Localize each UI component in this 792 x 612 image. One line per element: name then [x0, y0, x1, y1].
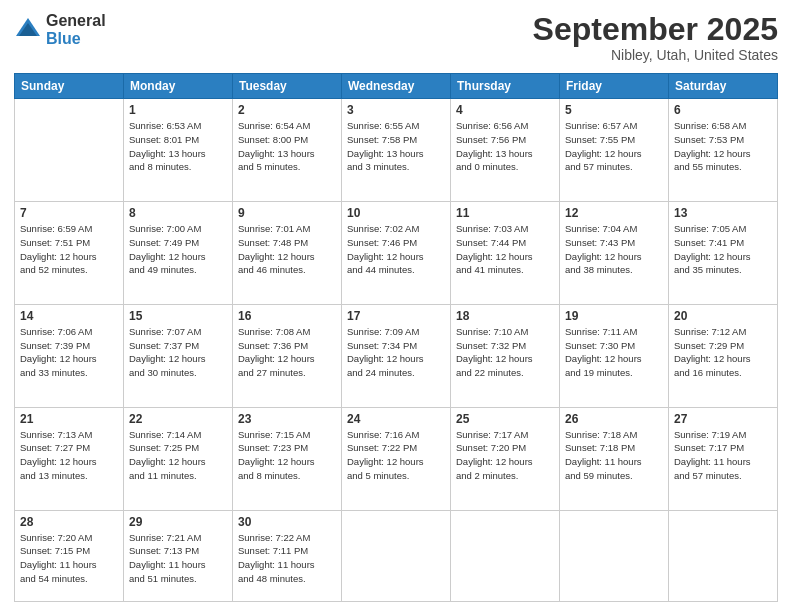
day-info: Sunrise: 7:13 AMSunset: 7:27 PMDaylight:… — [20, 428, 118, 483]
table-row: 27Sunrise: 7:19 AMSunset: 7:17 PMDayligh… — [669, 407, 778, 510]
day-info: Sunrise: 7:20 AMSunset: 7:15 PMDaylight:… — [20, 531, 118, 586]
day-number: 18 — [456, 309, 554, 323]
day-info: Sunrise: 6:56 AMSunset: 7:56 PMDaylight:… — [456, 119, 554, 174]
header: General Blue September 2025 Nibley, Utah… — [14, 12, 778, 63]
table-row: 26Sunrise: 7:18 AMSunset: 7:18 PMDayligh… — [560, 407, 669, 510]
day-number: 8 — [129, 206, 227, 220]
table-row: 14Sunrise: 7:06 AMSunset: 7:39 PMDayligh… — [15, 304, 124, 407]
table-row: 30Sunrise: 7:22 AMSunset: 7:11 PMDayligh… — [233, 510, 342, 602]
day-number: 28 — [20, 515, 118, 529]
table-row: 9Sunrise: 7:01 AMSunset: 7:48 PMDaylight… — [233, 202, 342, 305]
col-thursday: Thursday — [451, 74, 560, 99]
day-info: Sunrise: 7:00 AMSunset: 7:49 PMDaylight:… — [129, 222, 227, 277]
table-row: 13Sunrise: 7:05 AMSunset: 7:41 PMDayligh… — [669, 202, 778, 305]
table-row: 24Sunrise: 7:16 AMSunset: 7:22 PMDayligh… — [342, 407, 451, 510]
day-info: Sunrise: 7:09 AMSunset: 7:34 PMDaylight:… — [347, 325, 445, 380]
day-number: 25 — [456, 412, 554, 426]
day-info: Sunrise: 6:54 AMSunset: 8:00 PMDaylight:… — [238, 119, 336, 174]
day-info: Sunrise: 7:21 AMSunset: 7:13 PMDaylight:… — [129, 531, 227, 586]
table-row — [669, 510, 778, 602]
calendar-week-row: 14Sunrise: 7:06 AMSunset: 7:39 PMDayligh… — [15, 304, 778, 407]
day-info: Sunrise: 6:53 AMSunset: 8:01 PMDaylight:… — [129, 119, 227, 174]
table-row — [451, 510, 560, 602]
calendar-week-row: 28Sunrise: 7:20 AMSunset: 7:15 PMDayligh… — [15, 510, 778, 602]
table-row: 4Sunrise: 6:56 AMSunset: 7:56 PMDaylight… — [451, 99, 560, 202]
day-number: 11 — [456, 206, 554, 220]
day-number: 27 — [674, 412, 772, 426]
calendar-table: Sunday Monday Tuesday Wednesday Thursday… — [14, 73, 778, 602]
logo-general-text: General — [46, 12, 106, 30]
table-row: 2Sunrise: 6:54 AMSunset: 8:00 PMDaylight… — [233, 99, 342, 202]
table-row: 29Sunrise: 7:21 AMSunset: 7:13 PMDayligh… — [124, 510, 233, 602]
table-row: 10Sunrise: 7:02 AMSunset: 7:46 PMDayligh… — [342, 202, 451, 305]
day-info: Sunrise: 7:15 AMSunset: 7:23 PMDaylight:… — [238, 428, 336, 483]
col-monday: Monday — [124, 74, 233, 99]
table-row: 5Sunrise: 6:57 AMSunset: 7:55 PMDaylight… — [560, 99, 669, 202]
day-info: Sunrise: 7:08 AMSunset: 7:36 PMDaylight:… — [238, 325, 336, 380]
day-number: 14 — [20, 309, 118, 323]
table-row: 25Sunrise: 7:17 AMSunset: 7:20 PMDayligh… — [451, 407, 560, 510]
day-number: 21 — [20, 412, 118, 426]
day-info: Sunrise: 6:57 AMSunset: 7:55 PMDaylight:… — [565, 119, 663, 174]
day-number: 6 — [674, 103, 772, 117]
day-info: Sunrise: 6:55 AMSunset: 7:58 PMDaylight:… — [347, 119, 445, 174]
day-number: 1 — [129, 103, 227, 117]
col-sunday: Sunday — [15, 74, 124, 99]
day-number: 20 — [674, 309, 772, 323]
logo-blue-text: Blue — [46, 30, 106, 48]
day-info: Sunrise: 7:05 AMSunset: 7:41 PMDaylight:… — [674, 222, 772, 277]
day-info: Sunrise: 7:10 AMSunset: 7:32 PMDaylight:… — [456, 325, 554, 380]
table-row — [15, 99, 124, 202]
col-wednesday: Wednesday — [342, 74, 451, 99]
day-info: Sunrise: 7:18 AMSunset: 7:18 PMDaylight:… — [565, 428, 663, 483]
table-row: 3Sunrise: 6:55 AMSunset: 7:58 PMDaylight… — [342, 99, 451, 202]
day-number: 16 — [238, 309, 336, 323]
page: General Blue September 2025 Nibley, Utah… — [0, 0, 792, 612]
day-number: 2 — [238, 103, 336, 117]
table-row — [560, 510, 669, 602]
table-row: 22Sunrise: 7:14 AMSunset: 7:25 PMDayligh… — [124, 407, 233, 510]
table-row: 20Sunrise: 7:12 AMSunset: 7:29 PMDayligh… — [669, 304, 778, 407]
col-friday: Friday — [560, 74, 669, 99]
table-row: 8Sunrise: 7:00 AMSunset: 7:49 PMDaylight… — [124, 202, 233, 305]
calendar-week-row: 21Sunrise: 7:13 AMSunset: 7:27 PMDayligh… — [15, 407, 778, 510]
logo: General Blue — [14, 12, 106, 47]
day-number: 10 — [347, 206, 445, 220]
day-info: Sunrise: 7:14 AMSunset: 7:25 PMDaylight:… — [129, 428, 227, 483]
table-row: 12Sunrise: 7:04 AMSunset: 7:43 PMDayligh… — [560, 202, 669, 305]
day-info: Sunrise: 7:22 AMSunset: 7:11 PMDaylight:… — [238, 531, 336, 586]
day-number: 9 — [238, 206, 336, 220]
calendar-week-row: 1Sunrise: 6:53 AMSunset: 8:01 PMDaylight… — [15, 99, 778, 202]
table-row: 16Sunrise: 7:08 AMSunset: 7:36 PMDayligh… — [233, 304, 342, 407]
calendar-header-row: Sunday Monday Tuesday Wednesday Thursday… — [15, 74, 778, 99]
day-info: Sunrise: 7:06 AMSunset: 7:39 PMDaylight:… — [20, 325, 118, 380]
day-number: 12 — [565, 206, 663, 220]
table-row: 18Sunrise: 7:10 AMSunset: 7:32 PMDayligh… — [451, 304, 560, 407]
day-info: Sunrise: 7:07 AMSunset: 7:37 PMDaylight:… — [129, 325, 227, 380]
day-info: Sunrise: 7:02 AMSunset: 7:46 PMDaylight:… — [347, 222, 445, 277]
day-number: 4 — [456, 103, 554, 117]
table-row: 17Sunrise: 7:09 AMSunset: 7:34 PMDayligh… — [342, 304, 451, 407]
day-info: Sunrise: 7:16 AMSunset: 7:22 PMDaylight:… — [347, 428, 445, 483]
title-block: September 2025 Nibley, Utah, United Stat… — [533, 12, 778, 63]
day-info: Sunrise: 7:11 AMSunset: 7:30 PMDaylight:… — [565, 325, 663, 380]
day-number: 19 — [565, 309, 663, 323]
col-tuesday: Tuesday — [233, 74, 342, 99]
day-number: 15 — [129, 309, 227, 323]
day-info: Sunrise: 6:58 AMSunset: 7:53 PMDaylight:… — [674, 119, 772, 174]
table-row: 7Sunrise: 6:59 AMSunset: 7:51 PMDaylight… — [15, 202, 124, 305]
day-info: Sunrise: 7:01 AMSunset: 7:48 PMDaylight:… — [238, 222, 336, 277]
day-info: Sunrise: 7:03 AMSunset: 7:44 PMDaylight:… — [456, 222, 554, 277]
day-number: 23 — [238, 412, 336, 426]
day-number: 17 — [347, 309, 445, 323]
day-info: Sunrise: 7:19 AMSunset: 7:17 PMDaylight:… — [674, 428, 772, 483]
table-row: 6Sunrise: 6:58 AMSunset: 7:53 PMDaylight… — [669, 99, 778, 202]
col-saturday: Saturday — [669, 74, 778, 99]
day-number: 30 — [238, 515, 336, 529]
day-info: Sunrise: 6:59 AMSunset: 7:51 PMDaylight:… — [20, 222, 118, 277]
day-number: 3 — [347, 103, 445, 117]
location: Nibley, Utah, United States — [533, 47, 778, 63]
day-info: Sunrise: 7:12 AMSunset: 7:29 PMDaylight:… — [674, 325, 772, 380]
day-number: 22 — [129, 412, 227, 426]
table-row: 1Sunrise: 6:53 AMSunset: 8:01 PMDaylight… — [124, 99, 233, 202]
